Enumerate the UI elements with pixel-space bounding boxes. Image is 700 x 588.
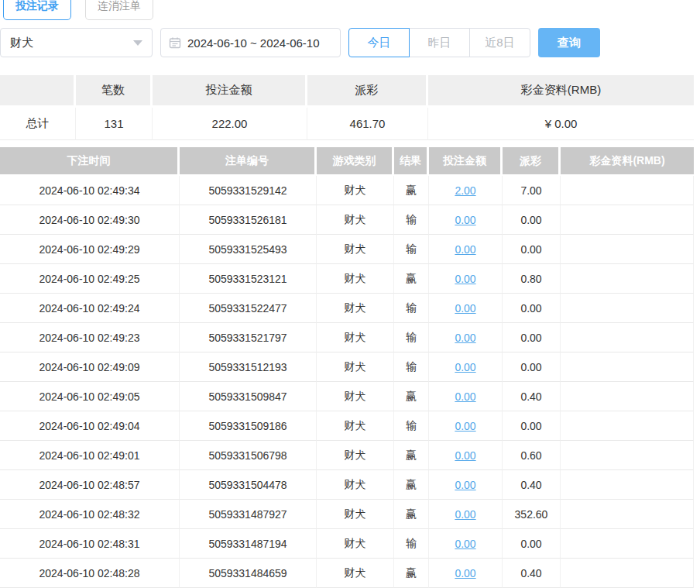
bet-time-cell: 2024-06-10 02:48:32: [0, 500, 180, 529]
game-type-cell: 财犬: [317, 382, 394, 411]
bet-amount-cell: 0.00: [429, 235, 503, 264]
bonus-cell: [561, 529, 694, 559]
bet-time-cell: 2024-06-10 02:49:23: [0, 323, 180, 352]
summary-table: 笔数投注金额派彩彩金资料(RMB) 总计131222.00461.70¥ 0.0…: [0, 75, 694, 140]
payout-cell: 0.00: [503, 323, 561, 352]
bet-amount-link[interactable]: 0.00: [455, 332, 475, 344]
quick-date-button-group: 今日 昨日 近8日: [348, 28, 530, 57]
order-id-cell: 5059331523121: [180, 264, 317, 294]
table-row: 2024-06-10 02:48:57 5059331504478 财犬 赢 0…: [0, 470, 694, 500]
result-cell: 赢: [394, 441, 429, 470]
game-select[interactable]: 财犬: [0, 28, 153, 57]
bet-amount-link[interactable]: 0.00: [455, 479, 475, 491]
order-id-cell: 5059331509847: [180, 382, 317, 411]
yesterday-button[interactable]: 昨日: [409, 28, 470, 57]
bet-table-header-cell: 彩金资料(RMB): [561, 147, 694, 176]
bet-amount-cell: 0.00: [429, 411, 503, 441]
query-button[interactable]: 查询: [538, 28, 600, 57]
bonus-cell: [561, 382, 694, 411]
bonus-cell: [561, 500, 694, 529]
bet-amount-link[interactable]: 0.00: [455, 508, 475, 521]
payout-cell: 0.60: [503, 441, 561, 470]
bonus-cell: [561, 352, 694, 382]
result-cell: 输: [394, 235, 429, 264]
bonus-cell: [561, 559, 694, 588]
bet-time-cell: 2024-06-10 02:49:25: [0, 264, 180, 294]
tab-chain-cancel-orders-label: 连消注单: [98, 0, 141, 13]
result-cell: 赢: [394, 470, 429, 500]
table-row: 2024-06-10 02:49:04 5059331509186 财犬 输 0…: [0, 411, 694, 441]
order-id-cell: 5059331509186: [180, 411, 317, 441]
game-type-cell: 财犬: [317, 205, 394, 235]
bet-table-header-row: 下注时间注单编号游戏类别结果投注金额派彩彩金资料(RMB): [0, 147, 694, 176]
date-range-picker[interactable]: 2024-06-10 ~ 2024-06-10: [160, 28, 341, 57]
chevron-down-icon: [133, 40, 142, 46]
result-cell: 输: [394, 352, 429, 382]
bet-table-header-cell: 下注时间: [0, 147, 180, 176]
order-id-cell: 5059331506798: [180, 441, 317, 470]
date-range-value: 2024-06-10 ~ 2024-06-10: [187, 36, 320, 50]
bet-amount-cell: 0.00: [429, 470, 503, 500]
last-8-days-button[interactable]: 近8日: [469, 28, 530, 57]
bet-amount-cell: 0.00: [429, 529, 503, 559]
bet-time-cell: 2024-06-10 02:49:34: [0, 176, 180, 205]
payout-cell: 0.40: [503, 382, 561, 411]
bet-amount-link[interactable]: 2.00: [455, 184, 475, 197]
table-row: 2024-06-10 02:49:01 5059331506798 财犬 赢 0…: [0, 441, 694, 470]
bet-amount-cell: 0.00: [429, 559, 503, 588]
tab-chain-cancel-orders[interactable]: 连消注单: [85, 0, 153, 20]
game-type-cell: 财犬: [317, 176, 394, 205]
bet-amount-link[interactable]: 0.00: [455, 361, 475, 373]
bonus-cell: [561, 411, 694, 441]
payout-cell: 0.00: [503, 411, 561, 441]
table-row: 2024-06-10 02:49:23 5059331521797 财犬 输 0…: [0, 323, 694, 352]
result-cell: 赢: [394, 382, 429, 411]
order-id-cell: 5059331525493: [180, 235, 317, 264]
result-cell: 赢: [394, 176, 429, 205]
bet-amount-link[interactable]: 0.00: [455, 214, 475, 226]
bet-amount-link[interactable]: 0.00: [455, 273, 475, 285]
game-type-cell: 财犬: [317, 352, 394, 382]
game-type-cell: 财犬: [317, 411, 394, 441]
bet-amount-link[interactable]: 0.00: [455, 390, 475, 403]
bet-time-cell: 2024-06-10 02:49:24: [0, 294, 180, 323]
payout-cell: 0.00: [503, 205, 561, 235]
bet-amount-cell: 0.00: [429, 294, 503, 323]
summary-header-cell: 投注金额: [153, 75, 307, 108]
summary-header-row: 笔数投注金额派彩彩金资料(RMB): [0, 75, 694, 108]
payout-cell: 0.00: [503, 235, 561, 264]
table-row: 2024-06-10 02:49:09 5059331512193 财犬 输 0…: [0, 352, 694, 382]
payout-cell: 0.00: [503, 294, 561, 323]
filter-bar: 财犬 2024-06-10 ~ 2024-06-10 今日 昨日 近8日 查询: [0, 28, 694, 57]
bet-amount-link[interactable]: 0.00: [455, 243, 475, 256]
payout-cell: 0.00: [503, 529, 561, 559]
bet-amount-cell: 0.00: [429, 352, 503, 382]
bet-amount-cell: 0.00: [429, 205, 503, 235]
bet-amount-cell: 0.00: [429, 323, 503, 352]
order-id-cell: 5059331526181: [180, 205, 317, 235]
bet-time-cell: 2024-06-10 02:49:29: [0, 235, 180, 264]
payout-cell: 0.80: [503, 264, 561, 294]
bet-table-header-cell: 游戏类别: [317, 147, 394, 176]
result-cell: 赢: [394, 264, 429, 294]
result-cell: 赢: [394, 500, 429, 529]
bet-amount-link[interactable]: 0.00: [455, 567, 475, 579]
today-button[interactable]: 今日: [348, 28, 410, 57]
bet-amount-link[interactable]: 0.00: [455, 302, 475, 315]
summary-header-cell: 派彩: [307, 75, 428, 108]
bet-amount-link[interactable]: 0.00: [455, 420, 475, 432]
bet-amount-link[interactable]: 0.00: [455, 449, 475, 462]
bonus-cell: [561, 441, 694, 470]
bet-time-cell: 2024-06-10 02:49:30: [0, 205, 180, 235]
game-type-cell: 财犬: [317, 500, 394, 529]
bet-time-cell: 2024-06-10 02:49:01: [0, 441, 180, 470]
order-id-cell: 5059331529142: [180, 176, 317, 205]
bonus-cell: [561, 176, 694, 205]
tab-bet-records[interactable]: 投注记录: [3, 0, 71, 20]
bet-table-header-cell: 派彩: [503, 147, 561, 176]
bet-amount-link[interactable]: 0.00: [455, 538, 475, 550]
bet-time-cell: 2024-06-10 02:49:04: [0, 411, 180, 441]
summary-value-cell: 222.00: [153, 108, 307, 140]
summary-header-cell: 笔数: [76, 75, 153, 108]
bonus-cell: [561, 205, 694, 235]
